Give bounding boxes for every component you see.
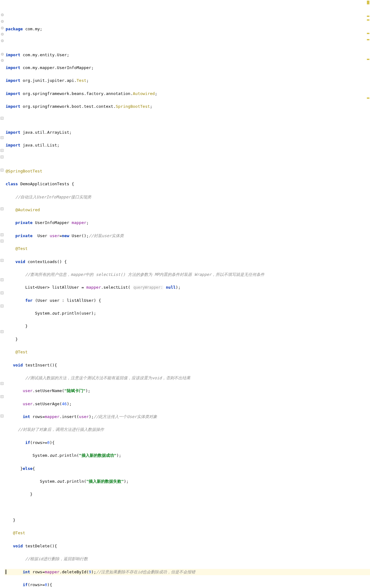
caret bbox=[6, 570, 6, 574]
marker-warn[interactable] bbox=[367, 97, 369, 99]
marker-warn[interactable] bbox=[367, 33, 369, 34]
gutter-mark bbox=[1, 13, 4, 16]
code-line[interactable]: import com.my.entity.User; bbox=[6, 52, 370, 58]
code-line[interactable]: private User user=new User();//封装user实体类 bbox=[6, 233, 370, 239]
error-stripe bbox=[366, 0, 370, 588]
fold-icon[interactable]: − bbox=[1, 305, 3, 307]
code-editor[interactable]: − − − − − − − − − − − − − − − − package … bbox=[0, 0, 370, 588]
code-line[interactable]: user.setUserName("陆斌卡门"); bbox=[6, 388, 370, 394]
gutter-mark bbox=[1, 27, 4, 29]
marker-warn[interactable] bbox=[367, 39, 369, 40]
marker-warn[interactable] bbox=[367, 16, 369, 17]
code-line[interactable]: } bbox=[6, 517, 370, 524]
code-line[interactable] bbox=[6, 155, 370, 162]
code-line[interactable]: @SpringBootTest bbox=[6, 168, 370, 175]
fold-icon[interactable]: − bbox=[1, 259, 3, 262]
fold-icon[interactable]: − bbox=[1, 330, 3, 333]
code-line[interactable]: for (User user : listAllUser) { bbox=[6, 297, 370, 304]
code-line[interactable]: import org.springframework.boot.test.con… bbox=[6, 103, 370, 110]
code-line[interactable]: //根据id进行删除，返回影响行数 bbox=[6, 556, 370, 562]
code-line[interactable]: @Test bbox=[6, 246, 370, 252]
code-line[interactable]: } bbox=[6, 491, 370, 498]
gutter-mark bbox=[1, 20, 4, 23]
code-line[interactable]: //自动注入UserInfoMapper接口实现类 bbox=[6, 194, 370, 201]
gutter-mark bbox=[1, 53, 4, 56]
code-line[interactable] bbox=[6, 39, 370, 45]
code-line[interactable]: import java.util.ArrayList; bbox=[6, 129, 370, 136]
code-line[interactable]: System.out.println("插入新的数据失败"); bbox=[6, 478, 370, 485]
marker-warn[interactable] bbox=[367, 19, 369, 21]
code-line[interactable]: private UserInfoMapper mapper; bbox=[6, 220, 370, 226]
gutter-mark bbox=[1, 33, 4, 36]
code-line[interactable] bbox=[6, 504, 370, 511]
marker-warn[interactable] bbox=[367, 1, 369, 4]
code-line[interactable]: void contextLoads() { bbox=[6, 259, 370, 265]
code-line[interactable]: user.setUserAge(46); bbox=[6, 401, 370, 407]
code-line[interactable]: void testInsert(){ bbox=[6, 362, 370, 369]
code-line[interactable]: System.out.println("插入新的数据成功"); bbox=[6, 452, 370, 459]
code-line[interactable]: List<User> listAllUser = mapper.selectLi… bbox=[6, 284, 370, 291]
code-line[interactable]: import com.my.mapper.UserInfoMapper; bbox=[6, 65, 370, 71]
fold-icon[interactable]: − bbox=[1, 382, 3, 385]
fold-icon[interactable]: − bbox=[1, 149, 3, 152]
code-line[interactable]: //封装好了对象后，调用方法进行插入数据操作 bbox=[6, 426, 370, 433]
code-line[interactable]: package com.my; bbox=[6, 26, 370, 32]
gutter: − − − − − − − − − − − − − − − − bbox=[0, 0, 4, 588]
fold-icon[interactable]: − bbox=[1, 136, 3, 139]
code-line[interactable]: if(rows>=0){ bbox=[6, 582, 370, 588]
code-line[interactable]: @Test bbox=[6, 349, 370, 356]
gutter-mark bbox=[1, 39, 4, 42]
code-line[interactable]: //查询所有的用户信息，mapper中的 selectList() 方法的参数为… bbox=[6, 272, 370, 278]
fold-icon[interactable]: − bbox=[1, 207, 3, 210]
current-line[interactable]: int rows=mapper.deleteById(9);//注意如果删除不存… bbox=[0, 569, 370, 576]
code-line[interactable]: @Test bbox=[6, 530, 370, 536]
code-line[interactable]: int rows=mapper.insert(user);//此方法传入一个Us… bbox=[6, 414, 370, 420]
fold-icon[interactable]: − bbox=[1, 415, 3, 417]
inlay-hint: queryWrapper: bbox=[133, 285, 163, 290]
fold-icon[interactable]: − bbox=[1, 233, 3, 236]
code-line[interactable]: } bbox=[6, 336, 370, 343]
fold-icon[interactable]: − bbox=[1, 169, 3, 172]
code-line[interactable]: } bbox=[6, 323, 370, 330]
code-line[interactable]: import java.util.List; bbox=[6, 142, 370, 149]
code-line[interactable]: class DemoApplicationTests { bbox=[6, 181, 370, 187]
fold-icon[interactable]: − bbox=[1, 156, 3, 158]
marker-warn[interactable] bbox=[367, 59, 369, 60]
fold-icon[interactable]: − bbox=[1, 395, 3, 398]
fold-icon[interactable]: − bbox=[1, 292, 3, 294]
code-line[interactable]: //测试插入数据的方法，注意这个测试方法不能有返回值，应该设置为void，否则不… bbox=[6, 375, 370, 381]
code-line[interactable]: }else{ bbox=[6, 466, 370, 472]
code-line[interactable]: System.out.println(user); bbox=[6, 310, 370, 317]
code-line[interactable]: if(rows>=0){ bbox=[6, 440, 370, 446]
gutter-mark bbox=[1, 59, 4, 62]
code-line[interactable]: import org.springframework.beans.factory… bbox=[6, 91, 370, 97]
code-line[interactable]: import org.junit.jupiter.api.Test; bbox=[6, 77, 370, 84]
code-line[interactable]: void testDelete(){ bbox=[6, 543, 370, 550]
fold-icon[interactable]: − bbox=[1, 240, 3, 242]
code-line[interactable]: @Autowired bbox=[6, 207, 370, 213]
code-line[interactable] bbox=[6, 116, 370, 123]
fold-icon[interactable]: − bbox=[1, 117, 3, 120]
fold-icon[interactable]: − bbox=[1, 278, 3, 281]
